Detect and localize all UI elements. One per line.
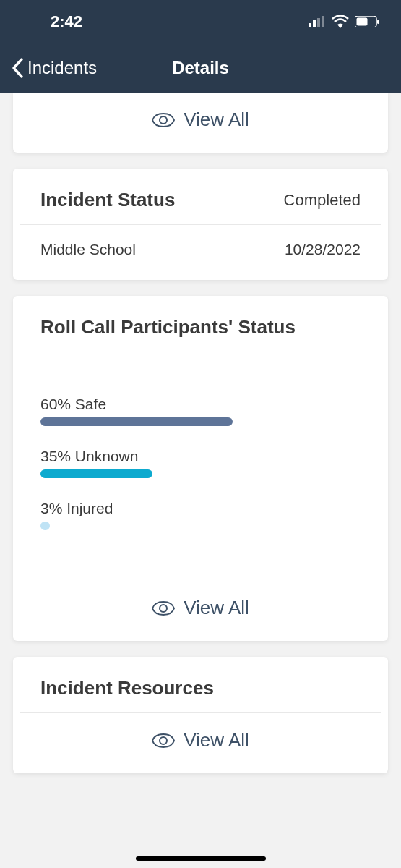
progress-label: 60% Safe <box>40 396 361 413</box>
svg-rect-2 <box>317 18 320 27</box>
main-content: View All Incident Status Completed Middl… <box>0 93 401 868</box>
wifi-icon <box>332 15 349 28</box>
progress-bar <box>40 417 233 426</box>
incident-status-value: Completed <box>284 191 361 210</box>
svg-rect-0 <box>309 23 311 27</box>
view-all-button-rollcall[interactable]: View All <box>13 581 388 641</box>
roll-call-title: Roll Call Participants' Status <box>40 316 296 339</box>
back-button[interactable]: Incidents <box>10 57 97 79</box>
incident-status-card: Incident Status Completed Middle School … <box>13 169 388 280</box>
progress-label: 3% Injured <box>40 500 361 517</box>
progress-item: 3% Injured <box>40 500 361 530</box>
svg-rect-5 <box>357 18 368 26</box>
page-title: Details <box>172 58 229 78</box>
view-all-label: View All <box>184 597 249 619</box>
svg-rect-1 <box>313 20 316 27</box>
roll-call-header: Roll Call Participants' Status <box>20 296 381 352</box>
view-all-label: View All <box>184 109 249 131</box>
progress-item: 60% Safe <box>40 396 361 426</box>
view-all-button-resources[interactable]: View All <box>13 713 388 773</box>
incident-location: Middle School <box>40 241 136 258</box>
incident-status-header: Incident Status Completed <box>20 169 381 225</box>
progress-label: 35% Unknown <box>40 448 361 465</box>
status-bar: 2:42 <box>0 0 401 43</box>
view-all-label: View All <box>184 729 249 752</box>
status-indicators <box>309 15 379 28</box>
home-indicator[interactable] <box>136 856 266 861</box>
card-top-partial: View All <box>13 93 388 153</box>
svg-point-8 <box>160 605 167 612</box>
roll-call-card: Roll Call Participants' Status 60% Safe3… <box>13 296 388 641</box>
chevron-left-icon <box>10 57 26 79</box>
incident-status-title: Incident Status <box>40 189 175 211</box>
status-time: 2:42 <box>51 12 82 31</box>
signal-icon <box>309 16 326 27</box>
progress-bar-container <box>40 469 361 478</box>
view-all-button-top[interactable]: View All <box>13 93 388 153</box>
progress-bar <box>40 469 152 478</box>
battery-icon <box>355 16 379 27</box>
nav-bar: Incidents Details <box>0 43 401 93</box>
incident-date: 10/28/2022 <box>285 241 361 258</box>
svg-point-7 <box>160 116 167 124</box>
incident-resources-card: Incident Resources View All <box>13 657 388 773</box>
progress-item: 35% Unknown <box>40 448 361 478</box>
resources-title: Incident Resources <box>40 677 214 699</box>
progress-bar <box>40 522 50 530</box>
incident-status-body: Middle School 10/28/2022 <box>13 225 388 280</box>
roll-call-chart: 60% Safe35% Unknown3% Injured <box>13 352 388 581</box>
progress-bar-container <box>40 522 361 530</box>
svg-rect-6 <box>377 20 379 24</box>
svg-rect-3 <box>322 16 324 27</box>
eye-icon <box>152 600 175 616</box>
resources-header: Incident Resources <box>20 657 381 713</box>
eye-icon <box>152 733 175 749</box>
back-label: Incidents <box>27 58 97 78</box>
progress-bar-container <box>40 417 361 426</box>
eye-icon <box>152 112 175 128</box>
svg-point-9 <box>160 737 167 744</box>
